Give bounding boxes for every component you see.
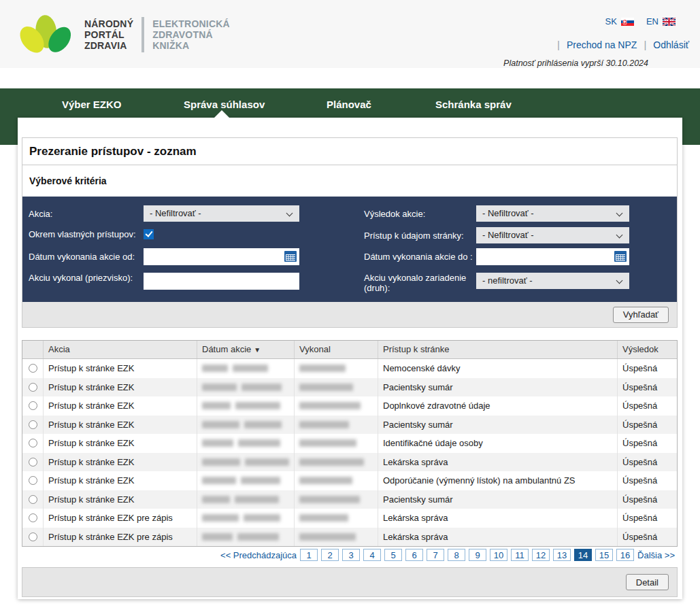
table-row[interactable]: Prístup k stránke EZK Pacientsky sumár Ú… bbox=[22, 378, 677, 397]
cell-vykonal-redacted bbox=[295, 490, 378, 509]
column-header-vysledok[interactable]: Výsledok bbox=[618, 341, 677, 358]
cell-vysledok: Úspešná bbox=[618, 509, 677, 528]
table-row[interactable]: Prístup k stránke EZK pre zápis Lekárska… bbox=[22, 528, 677, 547]
table-row[interactable]: Prístup k stránke EZK Doplnkové zdravotn… bbox=[22, 396, 677, 416]
cell-vykonal-redacted bbox=[295, 453, 378, 472]
cell-vysledok: Úspešná bbox=[618, 528, 677, 547]
gb-flag-icon[interactable] bbox=[663, 18, 676, 26]
cell-vykonal-redacted bbox=[295, 528, 378, 547]
nav-item-v-ber-ezko[interactable]: Výber EZKO bbox=[62, 99, 122, 110]
row-radio-button[interactable] bbox=[29, 383, 37, 392]
column-header-vykonal[interactable]: Vykonal bbox=[295, 341, 378, 358]
okrem-vlastnych-checkbox[interactable] bbox=[144, 229, 154, 239]
redacted-text bbox=[299, 365, 346, 372]
pagination-page-5[interactable]: 5 bbox=[384, 549, 402, 561]
pagination-page-8[interactable]: 8 bbox=[448, 549, 465, 561]
pagination-page-9[interactable]: 9 bbox=[469, 549, 486, 561]
cell-vysledok: Úspešná bbox=[618, 396, 677, 416]
pagination-page-1[interactable]: 1 bbox=[300, 549, 318, 561]
redacted-text bbox=[202, 496, 230, 503]
akcia-select[interactable]: - Nefiltrovať - bbox=[144, 205, 299, 222]
pagination-previous-link[interactable]: << Predchádzajúca bbox=[220, 550, 297, 560]
table-row[interactable]: Prístup k stránke EZK Identifikačné údaj… bbox=[22, 434, 677, 453]
row-radio-button[interactable] bbox=[29, 401, 37, 410]
column-header-pristup-k-stranke[interactable]: Prístup k stránke bbox=[378, 341, 618, 358]
cell-vysledok: Úspešná bbox=[618, 416, 677, 435]
cell-akcia: Prístup k stránke EZK pre zápis bbox=[44, 528, 197, 547]
row-radio-button[interactable] bbox=[29, 476, 37, 485]
redacted-text bbox=[202, 533, 233, 541]
cell-vykonal-redacted bbox=[295, 396, 378, 416]
table-row[interactable]: Prístup k stránke EZK Odporúčanie (výmen… bbox=[22, 471, 677, 490]
pagination-page-11[interactable]: 11 bbox=[511, 549, 529, 561]
redacted-text bbox=[299, 514, 348, 522]
cell-datum-akcie-redacted bbox=[197, 434, 295, 453]
cell-vykonal-redacted bbox=[295, 359, 378, 378]
row-radio-button[interactable] bbox=[29, 420, 37, 429]
lang-sk-label[interactable]: SK bbox=[605, 16, 617, 27]
go-to-npz-link[interactable]: Prechod na NPZ bbox=[567, 39, 637, 50]
row-radio-button[interactable] bbox=[29, 439, 37, 447]
pagination-page-4[interactable]: 4 bbox=[363, 549, 381, 561]
header-links: | Prechod na NPZ | Odhlásiť bbox=[557, 39, 689, 50]
pagination-page-12[interactable]: 12 bbox=[532, 549, 550, 561]
datum-do-input[interactable] bbox=[476, 248, 629, 265]
cell-vysledok: Úspešná bbox=[618, 471, 677, 490]
table-row[interactable]: Prístup k stránke EZK Pacientsky sumár Ú… bbox=[22, 416, 677, 435]
pagination-page-14[interactable]: 14 bbox=[574, 549, 592, 561]
pagination-page-2[interactable]: 2 bbox=[321, 549, 339, 561]
app-header: NÁRODNÝ PORTÁL ZDRAVIA ELEKTRONICKÁ ZDRA… bbox=[0, 0, 700, 68]
calendar-icon[interactable] bbox=[284, 251, 297, 262]
pagination-page-13[interactable]: 13 bbox=[553, 549, 571, 561]
row-radio-button[interactable] bbox=[29, 364, 37, 373]
akcia-label: Akcia: bbox=[29, 209, 144, 219]
pagination-page-3[interactable]: 3 bbox=[342, 549, 360, 561]
row-radio-button[interactable] bbox=[29, 458, 37, 467]
row-radio-button[interactable] bbox=[29, 532, 37, 541]
pristup-k-udajom-select[interactable]: - Nefiltrovať - bbox=[476, 227, 629, 243]
pagination-next-link[interactable]: Ďalšia >> bbox=[637, 550, 675, 560]
sk-flag-icon[interactable] bbox=[621, 18, 634, 26]
pagination-page-7[interactable]: 7 bbox=[427, 549, 444, 561]
redacted-text bbox=[202, 365, 228, 372]
cell-datum-akcie-redacted bbox=[197, 528, 295, 547]
column-header-select[interactable] bbox=[22, 341, 44, 358]
access-list-table: Akcia Dátum akcie▼ Vykonal Prístup k str… bbox=[22, 340, 678, 547]
cell-akcia: Prístup k stránke EZK bbox=[44, 378, 197, 397]
zariadenie-select[interactable]: - nefiltrovať - bbox=[476, 273, 629, 289]
datum-od-input[interactable] bbox=[144, 248, 299, 265]
cell-pristup-k-stranke: Nemocenské dávky bbox=[378, 359, 618, 378]
cell-vykonal-redacted bbox=[295, 471, 378, 490]
chevron-down-icon bbox=[616, 277, 623, 284]
redacted-text bbox=[299, 496, 360, 503]
table-row[interactable]: Prístup k stránke EZK pre zápis Lekárska… bbox=[22, 509, 677, 528]
product-name: ELEKTRONICKÁ ZDRAVOTNÁ KNIŽKA bbox=[152, 18, 230, 51]
nav-item-spr-va-s-hlasov[interactable]: Správa súhlasov bbox=[184, 99, 265, 110]
search-button[interactable]: Vyhľadať bbox=[613, 307, 669, 323]
logout-link[interactable]: Odhlásiť bbox=[653, 39, 689, 50]
column-header-datum-akcie[interactable]: Dátum akcie▼ bbox=[197, 341, 295, 358]
cell-vykonal-redacted bbox=[295, 416, 378, 435]
table-row[interactable]: Prístup k stránke EZK Pacientsky sumár Ú… bbox=[22, 490, 677, 509]
redacted-text bbox=[202, 421, 239, 428]
lang-en-label[interactable]: EN bbox=[646, 16, 659, 27]
cell-akcia: Prístup k stránke EZK bbox=[44, 359, 197, 378]
pagination-page-10[interactable]: 10 bbox=[490, 549, 507, 561]
nav-item-pl-nova-[interactable]: Plánovač bbox=[327, 99, 371, 110]
pagination-page-16[interactable]: 16 bbox=[616, 549, 634, 561]
app-logo[interactable]: NÁRODNÝ PORTÁL ZDRAVIA ELEKTRONICKÁ ZDRA… bbox=[14, 10, 230, 60]
vysledok-akcie-select[interactable]: - Nefiltrovať - bbox=[476, 205, 629, 222]
calendar-icon[interactable] bbox=[614, 251, 627, 262]
row-radio-button[interactable] bbox=[29, 495, 37, 504]
nav-item-schr-nka-spr-v[interactable]: Schránka správ bbox=[435, 99, 512, 110]
pagination-page-6[interactable]: 6 bbox=[405, 549, 423, 561]
table-row[interactable]: Prístup k stránke EZK Lekárska správa Ús… bbox=[22, 453, 677, 472]
pagination-page-15[interactable]: 15 bbox=[595, 549, 613, 561]
row-radio-button[interactable] bbox=[29, 513, 37, 522]
cell-vysledok: Úspešná bbox=[618, 434, 677, 453]
redacted-text bbox=[299, 384, 353, 391]
detail-button[interactable]: Detail bbox=[626, 574, 669, 590]
akciu-vykonal-input[interactable] bbox=[144, 273, 299, 290]
column-header-akcia[interactable]: Akcia bbox=[44, 341, 197, 358]
table-row[interactable]: Prístup k stránke EZK Nemocenské dávky Ú… bbox=[22, 359, 677, 378]
